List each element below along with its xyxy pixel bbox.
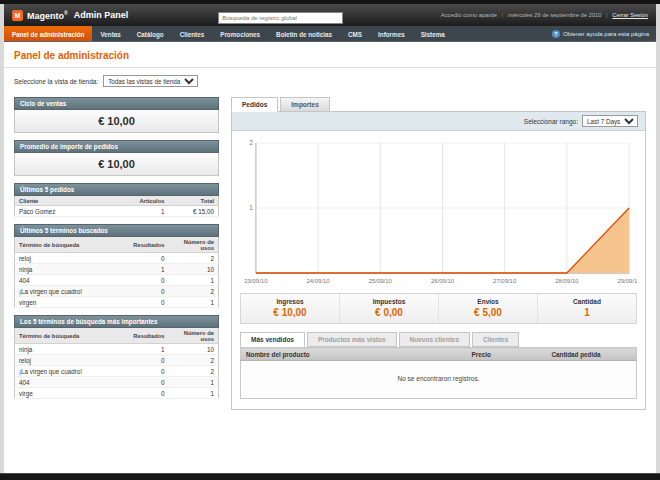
table-cell: 1 bbox=[129, 264, 169, 275]
table-row[interactable]: ninja110 bbox=[15, 344, 219, 355]
nav-item-catalogo[interactable]: Catálogo bbox=[129, 26, 172, 41]
empty-row: No se encontraron registros. bbox=[241, 361, 637, 399]
column-header: Término de búsqueda bbox=[15, 237, 129, 253]
table-row[interactable]: reloj02 bbox=[15, 253, 219, 264]
table-cell: ¡La virgen que cuadro! bbox=[15, 286, 129, 297]
page-frame: M Magento® Admin Panel Accedió como apar… bbox=[4, 4, 656, 474]
page-help[interactable]: ? Obtener ayuda para esta página bbox=[552, 26, 656, 41]
grid-tabs: Más vendidosProductos más vistosNuevos c… bbox=[240, 332, 637, 347]
lifetime-sales-value: € 10,00 bbox=[14, 110, 219, 133]
table-cell: ninja bbox=[15, 264, 129, 275]
global-search-input[interactable] bbox=[218, 12, 343, 24]
table-cell: 2 bbox=[169, 355, 219, 366]
last-orders-table: ClienteArtículosTotalPaco Gomez1€ 15,00 bbox=[14, 196, 219, 217]
nav-item-clientes[interactable]: Clientes bbox=[172, 26, 213, 41]
table-cell: € 15,00 bbox=[169, 206, 219, 217]
stat-label: Cantidad bbox=[538, 298, 636, 305]
tab-pedidos[interactable]: Pedidos bbox=[231, 97, 278, 112]
logo: M Magento® Admin Panel bbox=[12, 10, 128, 21]
table-row[interactable]: Paco Gomez1€ 15,00 bbox=[15, 206, 219, 217]
table-cell: 10 bbox=[169, 264, 219, 275]
column-header: Cantidad pedida bbox=[547, 348, 637, 361]
x-tick-label: 24/09/10 bbox=[307, 278, 331, 284]
table-cell: 2 bbox=[169, 253, 219, 264]
stat-value: € 10,00 bbox=[241, 307, 339, 318]
nav-item-cms[interactable]: CMS bbox=[340, 26, 370, 41]
table-row[interactable]: ¡La virgen que cuadro!02 bbox=[15, 366, 219, 377]
column-header: Nombre del producto bbox=[241, 348, 467, 361]
table-cell: 0 bbox=[129, 275, 169, 286]
tab-importes[interactable]: Importes bbox=[280, 97, 329, 112]
column-header: Número de usos bbox=[169, 328, 219, 344]
last-search-terms-table: Término de búsquedaResultadosNúmero de u… bbox=[14, 237, 219, 308]
separator: | bbox=[502, 12, 504, 18]
table-header-row: Término de búsquedaResultadosNúmero de u… bbox=[15, 328, 219, 344]
magento-logo-icon: M bbox=[12, 10, 23, 21]
nav-item-informes[interactable]: Informes bbox=[370, 26, 413, 41]
table-row[interactable]: virgen01 bbox=[15, 297, 219, 308]
column-header: Cliente bbox=[15, 196, 129, 206]
totals-strip: Ingresos€ 10,00Impuestos€ 0,00Envíos€ 5,… bbox=[240, 293, 637, 324]
table-row[interactable]: virge01 bbox=[15, 388, 219, 399]
stat-value: 1 bbox=[538, 307, 636, 318]
current-date-text: miércoles 29 de septiembre de 2010 bbox=[508, 12, 602, 18]
range-select[interactable]: Last 7 Days bbox=[582, 115, 638, 127]
stat-envios: Envíos€ 5,00 bbox=[439, 294, 538, 323]
stat-label: Envíos bbox=[439, 298, 537, 305]
chart-tabs: PedidosImportes bbox=[231, 97, 646, 112]
table-cell: 0 bbox=[129, 297, 169, 308]
table-cell: 404 bbox=[15, 377, 129, 388]
table-row[interactable]: ninja110 bbox=[15, 264, 219, 275]
dashboard-main-column: PedidosImportes Seleccionar rango: Last … bbox=[231, 97, 646, 410]
table-cell: Paco Gomez bbox=[15, 206, 129, 217]
column-header: Precio bbox=[467, 348, 547, 361]
nav-item-sistema[interactable]: Sistema bbox=[413, 26, 453, 41]
x-tick-label: 23/09/10 bbox=[244, 278, 268, 284]
table-cell: reloj bbox=[15, 253, 129, 264]
table-cell: 0 bbox=[129, 388, 169, 399]
x-tick-label: 25/09/10 bbox=[369, 278, 393, 284]
table-cell: 404 bbox=[15, 275, 129, 286]
table-cell: 1 bbox=[129, 344, 169, 355]
grid-tabs-wrap: Más vendidosProductos más vistosNuevos c… bbox=[240, 332, 637, 347]
x-tick-label: 27/09/10 bbox=[493, 278, 517, 284]
section-title: Últimos 5 términos buscados bbox=[14, 224, 219, 237]
logo-text: Magento® bbox=[27, 10, 68, 21]
table-cell: reloj bbox=[15, 355, 129, 366]
page-title: Panel de administración bbox=[4, 42, 656, 68]
help-icon: ? bbox=[552, 30, 560, 38]
table-cell: 0 bbox=[129, 253, 169, 264]
range-selector-bar: Seleccionar rango: Last 7 Days bbox=[232, 112, 645, 131]
table-row[interactable]: 40401 bbox=[15, 275, 219, 286]
stat-label: Impuestos bbox=[340, 298, 438, 305]
table-cell: virgen bbox=[15, 297, 129, 308]
table-row[interactable]: 40401 bbox=[15, 377, 219, 388]
x-tick-label: 29/09/10 bbox=[617, 278, 637, 284]
section-title: Promedio de importe de pedidos bbox=[14, 140, 219, 153]
tab-mas-vendidos[interactable]: Más vendidos bbox=[240, 332, 305, 347]
separator: | bbox=[606, 12, 608, 18]
stat-ingresos: Ingresos€ 10,00 bbox=[241, 294, 340, 323]
tab-clientes[interactable]: Clientes bbox=[472, 332, 519, 347]
table-cell: 0 bbox=[129, 355, 169, 366]
nav-item-ventas[interactable]: Ventas bbox=[92, 26, 128, 41]
tab-nuevos-clientes[interactable]: Nuevos clientes bbox=[399, 332, 471, 347]
header-bar: M Magento® Admin Panel Accedió como apar… bbox=[4, 4, 656, 26]
store-view-row: Seleccione la vista de tienda: Todas las… bbox=[4, 68, 656, 93]
bestsellers-table: Nombre del productoPrecioCantidad pedida… bbox=[240, 347, 637, 399]
nav-item-panel-de-administracion[interactable]: Panel de administración bbox=[4, 26, 92, 41]
store-view-select[interactable]: Todas las vistas de tienda bbox=[103, 75, 198, 87]
stat-cantidad: Cantidad1 bbox=[538, 294, 636, 323]
help-label: Obtener ayuda para esta página bbox=[563, 31, 649, 37]
nav-item-boletin-de-noticias[interactable]: Boletín de noticias bbox=[268, 26, 340, 41]
empty-message: No se encontraron registros. bbox=[241, 361, 637, 399]
tab-productos-mas-vistos[interactable]: Productos más vistos bbox=[307, 332, 397, 347]
nav-item-promociones[interactable]: Promociones bbox=[212, 26, 268, 41]
table-row[interactable]: reloj02 bbox=[15, 355, 219, 366]
logout-link[interactable]: Cerrar Sesión bbox=[612, 12, 648, 18]
last-orders-section: Últimos 5 pedidos ClienteArtículosTotalP… bbox=[14, 183, 219, 217]
global-search bbox=[218, 6, 343, 24]
table-row[interactable]: ¡La virgen que cuadro!02 bbox=[15, 286, 219, 297]
table-header-row: ClienteArtículosTotal bbox=[15, 196, 219, 206]
table-cell: 1 bbox=[169, 275, 219, 286]
